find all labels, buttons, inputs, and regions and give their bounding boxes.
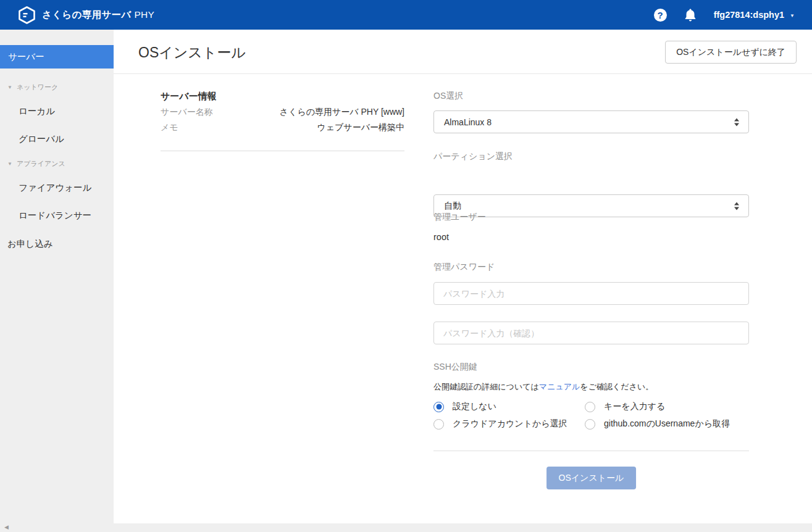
header-divider bbox=[114, 73, 812, 74]
os-select-label: OS選択 bbox=[433, 91, 749, 102]
admin-user-value: root bbox=[433, 232, 749, 242]
sakura-hexagon-logo-icon bbox=[19, 6, 35, 24]
bottom-strip: ◀ bbox=[0, 523, 812, 532]
brand-title: さくらの専用サーバPHY bbox=[42, 9, 154, 22]
partition-select-label: パーティション選択 bbox=[433, 151, 749, 162]
radio-unselected-icon bbox=[433, 419, 444, 430]
radio-label: github.comのUsernameから取得 bbox=[604, 418, 730, 430]
password-confirm-input[interactable] bbox=[433, 322, 749, 344]
ssh-note-prefix: 公開鍵認証の詳細については bbox=[433, 382, 539, 391]
brand-title-suffix: PHY bbox=[134, 9, 154, 20]
radio-unselected-icon bbox=[585, 402, 595, 412]
server-info-divider bbox=[161, 151, 404, 151]
sidebar-item-loadbalancer[interactable]: ロードバランサー bbox=[19, 210, 114, 222]
brand-title-jp: さくらの専用サーバ bbox=[42, 9, 131, 20]
ssh-note: 公開鍵認証の詳細についてはマニュアルをご確認ください。 bbox=[433, 381, 749, 393]
os-select-value: AlmaLinux 8 bbox=[444, 117, 492, 127]
sidebar-group-label: ネットワーク bbox=[17, 83, 58, 92]
collapse-sidebar-icon[interactable]: ◀ bbox=[4, 524, 9, 530]
server-info-row: サーバー名称 さくらの専用サーバ PHY [www] bbox=[161, 102, 404, 118]
admin-user-label: 管理ユーザー bbox=[433, 212, 749, 223]
sidebar-group-network[interactable]: ▼ ネットワーク bbox=[7, 83, 114, 92]
radio-label: 設定しない bbox=[453, 401, 496, 412]
radio-unselected-icon bbox=[585, 419, 595, 430]
sidebar-item-order[interactable]: お申し込み bbox=[7, 238, 114, 250]
radio-ssh-none[interactable]: 設定しない bbox=[433, 401, 585, 412]
triangle-down-icon: ▼ bbox=[7, 161, 12, 167]
os-select[interactable]: AlmaLinux 8 bbox=[433, 110, 749, 133]
select-updown-icon bbox=[734, 202, 739, 210]
radio-ssh-enter-key[interactable]: キーを入力する bbox=[585, 401, 749, 412]
ssh-public-key-label: SSH公開鍵 bbox=[433, 362, 749, 373]
top-navigation-bar: さくらの専用サーバPHY ? ffg27814:dsphy1 ▼ bbox=[0, 0, 812, 30]
radio-ssh-github-username[interactable]: github.comのUsernameから取得 bbox=[585, 418, 749, 430]
exit-without-install-button[interactable]: OSインストールせずに終了 bbox=[665, 41, 797, 64]
topbar-right-controls: ? ffg27814:dsphy1 ▼ bbox=[654, 0, 795, 30]
brand[interactable]: さくらの専用サーバPHY bbox=[19, 6, 154, 24]
sidebar-group-appliance[interactable]: ▼ アプライアンス bbox=[7, 159, 114, 168]
server-info-panel: サーバー情報 サーバー名称 さくらの専用サーバ PHY [www] メモ ウェブ… bbox=[161, 91, 404, 151]
server-name-label: サーバー名称 bbox=[161, 107, 213, 118]
radio-label: キーを入力する bbox=[604, 401, 665, 412]
sidebar-item-firewall[interactable]: ファイアウォール bbox=[19, 182, 114, 194]
password-input[interactable] bbox=[433, 282, 749, 305]
server-name-value: さくらの専用サーバ PHY [www] bbox=[280, 107, 404, 118]
triangle-down-icon: ▼ bbox=[7, 85, 12, 90]
sidebar-item-server[interactable]: サーバー bbox=[0, 45, 114, 69]
ssh-note-suffix: をご確認ください。 bbox=[580, 382, 653, 391]
sidebar-item-global[interactable]: グローバル bbox=[19, 133, 114, 145]
select-updown-icon bbox=[734, 118, 739, 126]
account-name: ffg27814:dsphy1 bbox=[714, 10, 784, 20]
form-divider bbox=[433, 451, 749, 451]
server-info-row: メモ ウェブサーバー構築中 bbox=[161, 118, 404, 133]
partition-select-value: 自動 bbox=[444, 201, 461, 212]
radio-label: クラウドアカウントから選択 bbox=[453, 418, 567, 430]
page-title: OSインストール bbox=[138, 43, 246, 62]
server-info-heading: サーバー情報 bbox=[161, 91, 404, 102]
sidebar-group-label: アプライアンス bbox=[17, 159, 65, 168]
account-menu[interactable]: ffg27814:dsphy1 ▼ bbox=[714, 10, 795, 20]
admin-password-label: 管理パスワード bbox=[433, 262, 749, 273]
radio-selected-icon bbox=[433, 402, 444, 412]
main-content: OSインストール OSインストールせずに終了 サーバー情報 サーバー名称 さくら… bbox=[114, 30, 812, 523]
server-memo-value: ウェブサーバー構築中 bbox=[317, 122, 404, 133]
app-window: さくらの専用サーバPHY ? ffg27814:dsphy1 ▼ サーバー ▼ … bbox=[0, 0, 812, 532]
notification-bell-icon[interactable] bbox=[684, 8, 697, 22]
help-icon[interactable]: ? bbox=[654, 9, 667, 22]
os-install-button[interactable]: OSインストール bbox=[546, 467, 637, 489]
radio-ssh-cloud-account[interactable]: クラウドアカウントから選択 bbox=[433, 418, 585, 430]
sidebar-item-local[interactable]: ローカル bbox=[19, 106, 114, 117]
sidebar: サーバー ▼ ネットワーク ローカル グローバル ▼ アプライアンス ファイアウ… bbox=[0, 30, 114, 523]
server-memo-label: メモ bbox=[161, 122, 178, 133]
chevron-down-icon: ▼ bbox=[790, 12, 795, 19]
manual-link[interactable]: マニュアル bbox=[539, 382, 580, 391]
os-install-form: OS選択 AlmaLinux 8 パーティション選択 自動 管理ユーザー roo… bbox=[433, 91, 749, 136]
